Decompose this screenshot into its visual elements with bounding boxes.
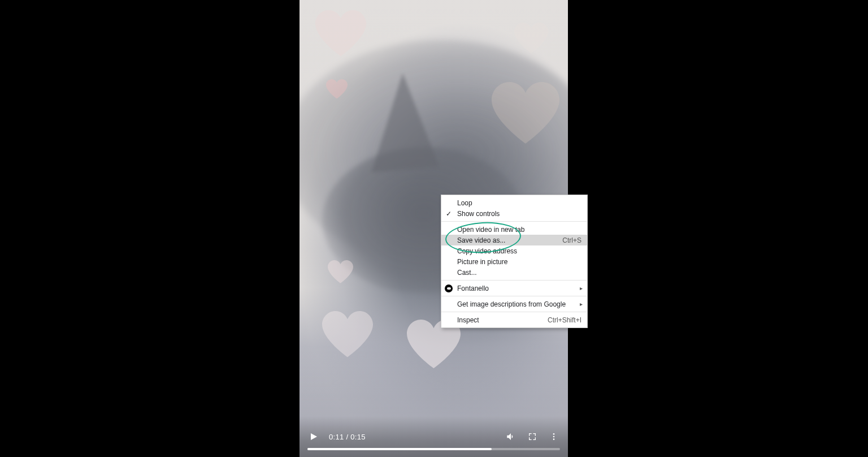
menu-item-label: Show controls <box>457 210 500 218</box>
stage: 0:11 / 0:15 Loop ✓ Show co <box>0 0 868 457</box>
svg-point-1 <box>553 436 555 438</box>
play-button[interactable] <box>307 430 320 443</box>
context-menu: Loop ✓ Show controls Open video in new t… <box>441 195 588 328</box>
menu-item-open-new-tab[interactable]: Open video in new tab <box>441 224 587 235</box>
menu-item-copy-video-address[interactable]: Copy video address <box>441 245 587 256</box>
heart-overlay-icon <box>315 10 366 61</box>
menu-item-fontanello[interactable]: Fontanello ▸ <box>441 283 587 294</box>
check-icon: ✓ <box>446 210 452 218</box>
more-options-button[interactable] <box>548 430 560 443</box>
time-display: 0:11 / 0:15 <box>329 433 366 441</box>
submenu-arrow-icon: ▸ <box>580 285 583 291</box>
menu-item-inspect[interactable]: Inspect Ctrl+Shift+I <box>441 314 587 325</box>
menu-item-shortcut: Ctrl+S <box>562 236 581 244</box>
menu-item-label: Copy video address <box>457 247 517 255</box>
menu-item-cast[interactable]: Cast... <box>441 267 587 278</box>
video-controls: 0:11 / 0:15 <box>300 416 568 457</box>
menu-item-label: Cast... <box>457 269 477 277</box>
menu-separator <box>441 221 587 222</box>
menu-item-label: Inspect <box>457 316 479 324</box>
video-content-decoration <box>363 71 439 173</box>
menu-item-shortcut: Ctrl+Shift+I <box>548 316 581 324</box>
heart-overlay-icon <box>514 23 548 57</box>
menu-item-show-controls[interactable]: ✓ Show controls <box>441 208 587 219</box>
menu-item-label: Loop <box>457 199 472 207</box>
menu-item-save-video-as[interactable]: Save video as... Ctrl+S <box>441 235 587 245</box>
menu-item-label: Open video in new tab <box>457 226 524 234</box>
menu-item-loop[interactable]: Loop <box>441 197 587 208</box>
menu-separator <box>441 296 587 296</box>
menu-separator <box>441 312 587 312</box>
submenu-arrow-icon: ▸ <box>580 301 583 307</box>
volume-button[interactable] <box>505 430 517 443</box>
menu-item-label: Picture in picture <box>457 258 507 266</box>
progress-bar[interactable] <box>307 448 560 450</box>
menu-item-label: Fontanello <box>457 284 489 292</box>
svg-point-0 <box>553 433 555 435</box>
extension-icon <box>445 284 453 292</box>
fullscreen-button[interactable] <box>526 430 539 443</box>
progress-fill <box>307 448 492 450</box>
menu-item-picture-in-picture[interactable]: Picture in picture <box>441 256 587 267</box>
menu-item-get-image-descriptions[interactable]: Get image descriptions from Google ▸ <box>441 299 587 309</box>
menu-item-label: Get image descriptions from Google <box>457 300 566 308</box>
menu-item-label: Save video as... <box>457 236 505 244</box>
menu-separator <box>441 280 587 281</box>
svg-point-2 <box>553 438 555 440</box>
